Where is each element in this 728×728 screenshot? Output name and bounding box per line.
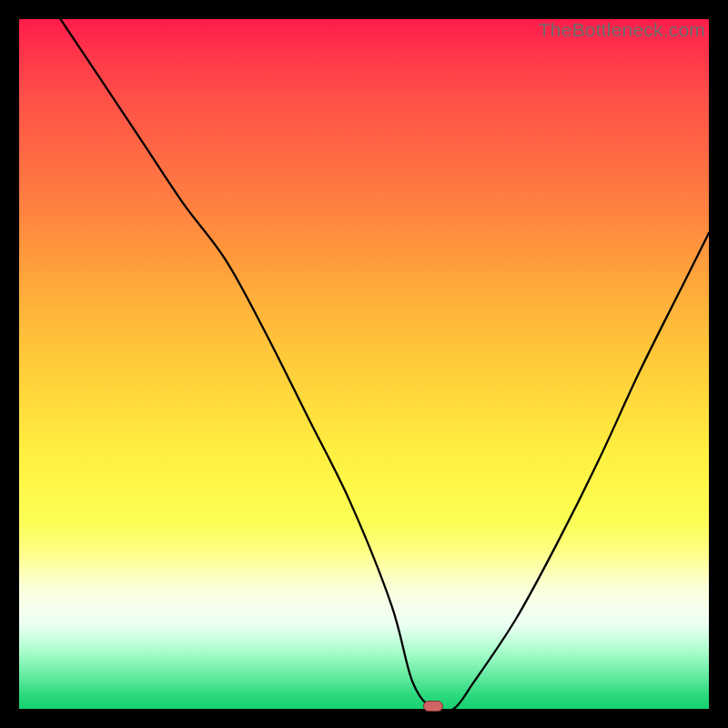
bottleneck-curve: [19, 19, 709, 709]
chart-frame: TheBottleneck.com: [0, 0, 728, 728]
plot-area: TheBottleneck.com: [19, 19, 709, 709]
optimal-marker: [423, 701, 443, 712]
